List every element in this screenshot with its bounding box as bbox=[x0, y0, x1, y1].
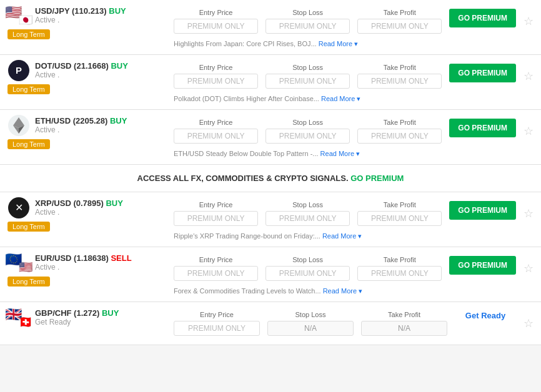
entry-price-cell: Entry Price PREMIUM ONLY bbox=[170, 253, 262, 283]
signal-type: BUY bbox=[109, 6, 126, 16]
entry-price-label: Entry Price bbox=[199, 119, 233, 126]
action-cell: GO PREMIUM bbox=[445, 6, 520, 30]
right-section: Entry Price PREMIUM ONLY Stop Loss PREMI… bbox=[170, 198, 534, 240]
pair-status: Active . bbox=[35, 71, 128, 79]
right-section: Entry Price PREMIUM ONLY Stop Loss PREMI… bbox=[170, 61, 534, 103]
stop-loss-cell: Stop Loss PREMIUM ONLY bbox=[262, 198, 354, 228]
stop-loss-label: Stop Loss bbox=[292, 64, 323, 71]
pair-name: XRP/USD (0.7895) BUY bbox=[35, 198, 123, 208]
entry-price-value: PREMIUM ONLY bbox=[174, 74, 258, 89]
left-section: ETH/USD (2205.28) BUY Active . Long Term bbox=[7, 116, 170, 158]
action-cell: GO PREMIUM bbox=[445, 198, 520, 222]
pair-status: Active . bbox=[35, 208, 123, 217]
take-profit-cell: Take Profit PREMIUM ONLY bbox=[354, 61, 445, 91]
read-more-link[interactable]: Read More ▾ bbox=[323, 287, 362, 295]
entry-price-cell: Entry Price PREMIUM ONLY bbox=[170, 6, 262, 36]
entry-price-label: Entry Price bbox=[199, 64, 233, 71]
stop-loss-cell: Stop Loss N/A bbox=[264, 308, 357, 338]
stop-loss-cell: Stop Loss PREMIUM ONLY bbox=[262, 6, 354, 36]
pair-name: GBP/CHF (1.272) BUY bbox=[35, 308, 119, 318]
favorite-star-icon[interactable]: ☆ bbox=[524, 262, 534, 275]
signal-type: BUY bbox=[102, 308, 119, 318]
favorite-star-icon[interactable]: ☆ bbox=[524, 69, 534, 83]
news-text: Ripple's XRP Trading Range-bound on Frid… bbox=[170, 232, 534, 240]
favorite-star-icon[interactable]: ☆ bbox=[524, 316, 534, 330]
take-profit-value: N/A bbox=[361, 321, 447, 336]
take-profit-label: Take Profit bbox=[384, 64, 416, 71]
banner-text: ACCESS ALL FX, COMMODITIES & CRYPTO SIGN… bbox=[137, 174, 404, 183]
signal-row-eurusd: 🇪🇺 🇺🇸 EUR/USD (1.18638) SELL Active . Lo… bbox=[0, 247, 541, 302]
take-profit-cell: Take Profit PREMIUM ONLY bbox=[354, 198, 445, 228]
entry-price-label: Entry Price bbox=[199, 256, 233, 263]
flag-icon-usdjpy: 🇺🇸 🇯🇵 bbox=[7, 7, 30, 24]
get-ready-button[interactable]: Get Ready bbox=[465, 311, 505, 320]
go-premium-button[interactable]: GO PREMIUM bbox=[449, 64, 516, 82]
entry-price-value: PREMIUM ONLY bbox=[174, 321, 260, 336]
pair-header: P DOT/USD (21.1668) BUY Active . bbox=[7, 61, 170, 79]
pair-info: GBP/CHF (1.272) BUY Get Ready bbox=[35, 308, 119, 326]
go-premium-button[interactable]: GO PREMIUM bbox=[449, 201, 516, 220]
pair-name: ETH/USD (2205.28) BUY bbox=[35, 116, 127, 125]
entry-price-value: PREMIUM ONLY bbox=[174, 266, 258, 281]
signal-row-dotusd: P DOT/USD (21.1668) BUY Active . Long Te… bbox=[0, 55, 541, 110]
pair-info: USD/JPY (110.213) BUY Active . bbox=[35, 6, 126, 24]
take-profit-cell: Take Profit PREMIUM ONLY bbox=[354, 253, 445, 283]
price-row-wrapper: Entry Price PREMIUM ONLY Stop Loss PREMI… bbox=[170, 6, 534, 36]
term-badge: Long Term bbox=[7, 277, 50, 287]
flag-icon-eth bbox=[7, 117, 30, 134]
action-cell: GO PREMIUM bbox=[445, 253, 520, 277]
read-more-link[interactable]: Read More ▾ bbox=[321, 95, 360, 102]
price-row-wrapper: Entry Price PREMIUM ONLY Stop Loss PREMI… bbox=[170, 61, 534, 91]
flag-icon-xrp: ✕ bbox=[7, 199, 30, 217]
stop-loss-value: PREMIUM ONLY bbox=[266, 129, 350, 144]
signal-type: BUY bbox=[110, 116, 127, 125]
left-section: 🇬🇧 🇨🇭 GBP/CHF (1.272) BUY Get Ready bbox=[7, 308, 170, 338]
news-text: ETH/USD Steady Below Double Top Pattern … bbox=[170, 150, 534, 158]
signal-row-gbpchf: 🇬🇧 🇨🇭 GBP/CHF (1.272) BUY Get Ready Entr… bbox=[0, 302, 541, 345]
read-more-link[interactable]: Read More ▾ bbox=[319, 40, 358, 47]
pair-info: XRP/USD (0.7895) BUY Active . bbox=[35, 198, 123, 217]
entry-price-value: PREMIUM ONLY bbox=[174, 129, 258, 144]
left-section: P DOT/USD (21.1668) BUY Active . Long Te… bbox=[7, 61, 170, 103]
take-profit-value: PREMIUM ONLY bbox=[357, 266, 442, 281]
read-more-link[interactable]: Read More ▾ bbox=[322, 232, 362, 240]
entry-price-cell: Entry Price PREMIUM ONLY bbox=[170, 308, 264, 338]
prices-container: Entry Price PREMIUM ONLY Stop Loss PREMI… bbox=[170, 198, 445, 228]
go-premium-button[interactable]: GO PREMIUM bbox=[449, 119, 516, 137]
left-section: ✕ XRP/USD (0.7895) BUY Active . Long Ter… bbox=[7, 198, 170, 240]
pair-status: Active . bbox=[35, 16, 126, 24]
banner-go-premium-link[interactable]: GO PREMIUM bbox=[350, 174, 404, 183]
stop-loss-label: Stop Loss bbox=[292, 256, 323, 263]
flag-icon-dot: P bbox=[7, 62, 30, 79]
favorite-star-icon[interactable]: ☆ bbox=[524, 14, 534, 28]
stop-loss-cell: Stop Loss PREMIUM ONLY bbox=[262, 61, 354, 91]
entry-price-cell: Entry Price PREMIUM ONLY bbox=[170, 198, 262, 228]
take-profit-cell: Take Profit PREMIUM ONLY bbox=[354, 6, 445, 36]
term-badge: Long Term bbox=[7, 222, 50, 232]
action-cell: GO PREMIUM bbox=[445, 61, 520, 85]
go-premium-button[interactable]: GO PREMIUM bbox=[449, 256, 516, 275]
prices-container: Entry Price PREMIUM ONLY Stop Loss PREMI… bbox=[170, 253, 445, 283]
right-section: Entry Price PREMIUM ONLY Stop Loss PREMI… bbox=[170, 253, 534, 295]
news-text: Highlights From Japan: Core CPI Rises, B… bbox=[170, 40, 534, 48]
term-badge: Long Term bbox=[7, 84, 50, 94]
prices-container: Entry Price PREMIUM ONLY Stop Loss PREMI… bbox=[170, 6, 445, 36]
take-profit-value: PREMIUM ONLY bbox=[357, 129, 442, 144]
stop-loss-cell: Stop Loss PREMIUM ONLY bbox=[262, 253, 354, 283]
pair-header: ✕ XRP/USD (0.7895) BUY Active . bbox=[7, 198, 170, 217]
stop-loss-label: Stop Loss bbox=[292, 9, 323, 16]
right-section: Entry Price PREMIUM ONLY Stop Loss PREMI… bbox=[170, 6, 534, 48]
news-text: Forex & Commodities Trading Levels to Wa… bbox=[170, 287, 534, 295]
pair-status: Get Ready bbox=[35, 318, 119, 326]
go-premium-button[interactable]: GO PREMIUM bbox=[449, 9, 516, 27]
news-text: Polkadot (DOT) Climbs Higher After Coinb… bbox=[170, 95, 534, 103]
take-profit-cell: Take Profit PREMIUM ONLY bbox=[354, 116, 445, 146]
action-cell: Get Ready bbox=[451, 308, 520, 323]
entry-price-label: Entry Price bbox=[199, 201, 233, 208]
pair-header: 🇬🇧 🇨🇭 GBP/CHF (1.272) BUY Get Ready bbox=[7, 308, 170, 326]
read-more-link[interactable]: Read More ▾ bbox=[320, 150, 360, 157]
stop-loss-value: PREMIUM ONLY bbox=[266, 266, 350, 281]
pair-status: Active . bbox=[35, 125, 127, 134]
favorite-star-icon[interactable]: ☆ bbox=[524, 207, 534, 220]
favorite-star-icon[interactable]: ☆ bbox=[524, 124, 534, 138]
